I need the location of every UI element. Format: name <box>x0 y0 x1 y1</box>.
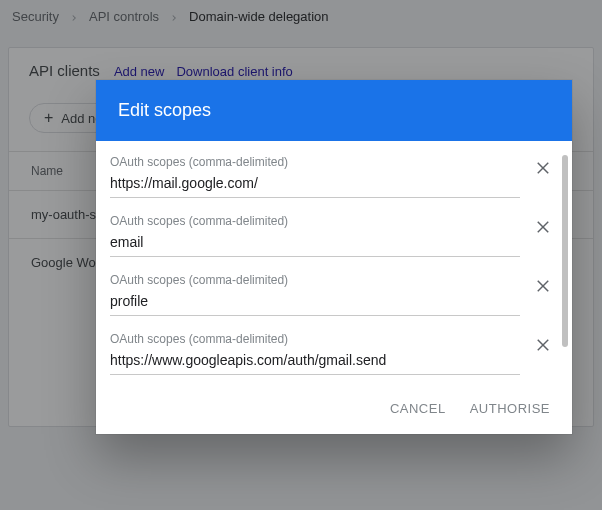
scope-row: OAuth scopes (comma-delimited) <box>110 206 552 265</box>
modal-title: Edit scopes <box>96 80 572 141</box>
scrollbar-thumb[interactable] <box>562 155 568 347</box>
scope-row: OAuth scopes (comma-delimited) <box>110 265 552 324</box>
scope-label: OAuth scopes (comma-delimited) <box>110 155 520 169</box>
edit-scopes-modal: Edit scopes OAuth scopes (comma-delimite… <box>96 80 572 434</box>
scope-row: OAuth scopes (comma-delimited) <box>110 147 552 206</box>
close-icon[interactable] <box>534 218 552 236</box>
scope-label: OAuth scopes (comma-delimited) <box>110 273 520 287</box>
scope-row: OAuth scopes (comma-delimited) <box>110 324 552 383</box>
scope-input-0[interactable] <box>110 171 520 198</box>
modal-actions: CANCEL AUTHORISE <box>96 383 572 434</box>
scope-label: OAuth scopes (comma-delimited) <box>110 214 520 228</box>
scope-label: OAuth scopes (comma-delimited) <box>110 332 520 346</box>
modal-body: OAuth scopes (comma-delimited) OAuth sco… <box>96 141 572 383</box>
scope-input-2[interactable] <box>110 289 520 316</box>
authorise-button[interactable]: AUTHORISE <box>470 401 550 416</box>
scope-input-3[interactable] <box>110 348 520 375</box>
close-icon[interactable] <box>534 336 552 354</box>
close-icon[interactable] <box>534 277 552 295</box>
cancel-button[interactable]: CANCEL <box>390 401 446 416</box>
close-icon[interactable] <box>534 159 552 177</box>
scope-input-1[interactable] <box>110 230 520 257</box>
